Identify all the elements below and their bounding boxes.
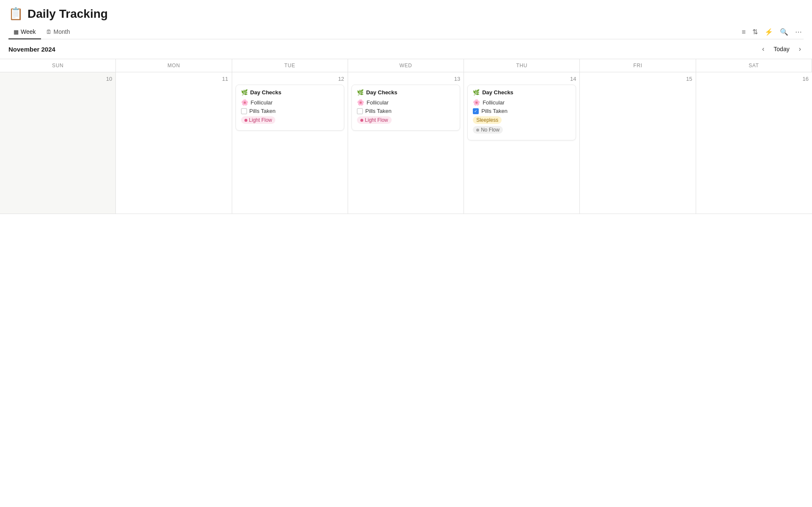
checkbox-label: Pills Taken [250,108,276,114]
event-title-icon: 🌿 [357,89,364,96]
day-cell-14[interactable]: 14🌿Day Checks🌸Follicular✓Pills TakenSlee… [464,72,580,214]
bolt-icon[interactable]: ⚡ [765,28,773,36]
event-card[interactable]: 🌿Day Checks🌸Follicular✓Pills TakenSleepl… [467,85,576,140]
sort-icon[interactable]: ⇅ [752,28,758,36]
checkbox[interactable]: ✓ [473,108,479,114]
page-header: 📋 Daily Tracking ▦ Week 🗓 Month ≡ ⇅ ⚡ 🔍 … [0,0,812,39]
tag-pink: Light Flow [357,116,392,124]
day-cell-15[interactable]: 15 [580,72,696,214]
day-header-sun: Sun [0,59,116,72]
event-title-text: Day Checks [366,89,398,96]
toolbar-right: ≡ ⇅ ⚡ 🔍 ⋯ [742,28,804,36]
event-item: No Flow [473,126,571,134]
tag-text: Light Flow [365,117,388,123]
tag-pink: Light Flow [241,116,276,124]
today-badge: 14 [570,76,576,82]
day-cell-10[interactable]: 10 [0,72,116,214]
week-tab-label: Week [21,28,36,35]
event-item: 🌸Follicular [473,99,571,106]
event-item: Pills Taken [357,108,455,114]
filter-icon[interactable]: ≡ [742,28,746,36]
nav-controls: ‹ Today › [760,44,804,54]
event-item: ✓Pills Taken [473,108,571,114]
day-number-12: 12 [236,76,344,82]
day-cell-13[interactable]: 13🌿Day Checks🌸FollicularPills TakenLight… [348,72,464,214]
event-item: Light Flow [357,116,455,124]
tag-text: No Flow [481,127,499,133]
prev-btn[interactable]: ‹ [760,44,767,54]
next-btn[interactable]: › [796,44,804,54]
day-number-16: 16 [700,76,809,82]
day-cell-12[interactable]: 12🌿Day Checks🌸FollicularPills TakenLight… [232,72,348,214]
day-cell-11[interactable]: 11 [116,72,232,214]
tag-gray: No Flow [473,126,503,134]
event-item: 🌸Follicular [357,99,455,106]
month-nav: November 2024 ‹ Today › [0,39,812,59]
checkbox[interactable] [357,108,363,114]
checkbox-label: Pills Taken [365,108,392,114]
day-number-10: 10 [3,76,112,82]
event-item: Light Flow [241,116,339,124]
checkbox-label: Pills Taken [481,108,508,114]
month-label: November 2024 [8,46,55,53]
day-header-wed: Wed [348,59,464,72]
event-title: 🌿Day Checks [241,89,339,96]
tag-dot [476,129,479,132]
cycle-text: Follicular [367,99,389,106]
app-icon: 📋 [8,7,23,21]
event-title: 🌿Day Checks [473,89,571,96]
day-cell-16[interactable]: 16 [696,72,812,214]
event-title-text: Day Checks [250,89,282,96]
cycle-icon: 🌸 [473,99,480,106]
event-item: 🌸Follicular [241,99,339,106]
tab-month[interactable]: 🗓 Month [41,25,75,39]
page-title: Daily Tracking [27,7,108,21]
cycle-icon: 🌸 [241,99,248,106]
day-header-thu: Thu [464,59,580,72]
tag-text: Light Flow [249,117,272,123]
event-item: Sleepless [473,116,571,124]
week-tab-icon: ▦ [14,29,19,35]
day-number-15: 15 [583,76,692,82]
tag-yellow: Sleepless [473,116,502,124]
event-card[interactable]: 🌿Day Checks🌸FollicularPills TakenLight F… [236,85,344,131]
tab-week[interactable]: ▦ Week [8,25,41,39]
day-header-fri: Fri [580,59,696,72]
day-number-14: 14 [467,76,576,82]
checkbox[interactable] [241,108,247,114]
cycle-text: Follicular [483,99,505,106]
tag-dot [244,119,247,122]
tag-text: Sleepless [476,117,498,123]
title-row: 📋 Daily Tracking [8,7,804,21]
event-card[interactable]: 🌿Day Checks🌸FollicularPills TakenLight F… [351,85,460,131]
calendar-grid: SunMonTueWedThuFriSat101112🌿Day Checks🌸F… [0,59,812,214]
event-title-icon: 🌿 [241,89,248,96]
day-header-mon: Mon [116,59,232,72]
day-number-11: 11 [119,76,228,82]
search-icon[interactable]: 🔍 [780,28,788,36]
today-btn[interactable]: Today [770,45,793,53]
event-title: 🌿Day Checks [357,89,455,96]
tag-dot [360,119,363,122]
day-number-13: 13 [351,76,460,82]
event-item: Pills Taken [241,108,339,114]
cycle-icon: 🌸 [357,99,364,106]
day-header-sat: Sat [696,59,812,72]
month-tab-icon: 🗓 [46,29,52,35]
cycle-text: Follicular [251,99,273,106]
more-icon[interactable]: ⋯ [795,28,802,36]
tabs-row: ▦ Week 🗓 Month ≡ ⇅ ⚡ 🔍 ⋯ [8,25,804,39]
month-tab-label: Month [54,28,70,35]
day-header-tue: Tue [232,59,348,72]
event-title-icon: 🌿 [473,89,480,96]
event-title-text: Day Checks [482,89,513,96]
